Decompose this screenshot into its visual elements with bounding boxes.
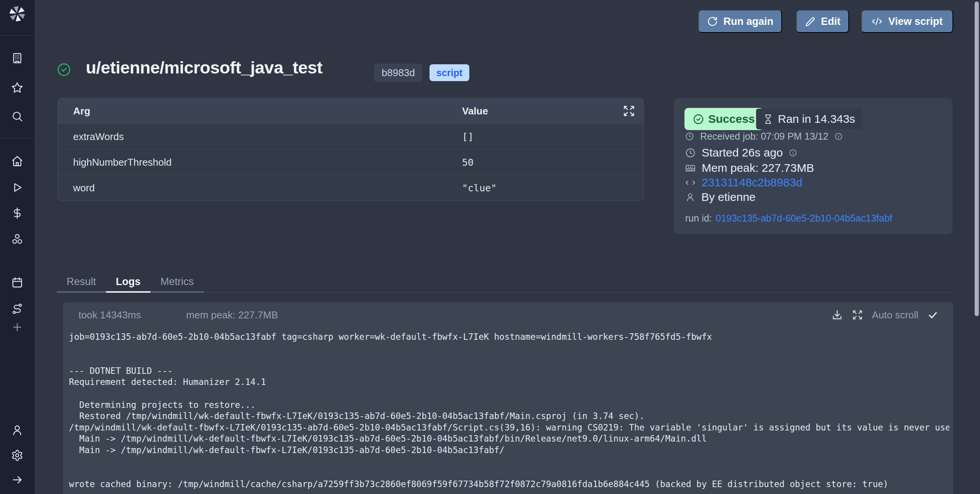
dollar-icon[interactable]	[11, 207, 23, 219]
log-line	[69, 354, 949, 365]
log-line: Restored /tmp/windmill/wk-default-fbwfx-…	[69, 411, 949, 422]
table-row: word "clue"	[58, 175, 644, 201]
received-row: Received job: 07:09 PM 13/12	[685, 131, 843, 142]
user-icon	[685, 192, 695, 202]
refresh-icon	[707, 16, 718, 27]
run-id-row: run id: 0193c135-ab7d-60e5-2b10-04b5ac13…	[685, 213, 892, 224]
script-hash-link[interactable]: 23131148c2b8983d	[702, 176, 802, 189]
view-script-button[interactable]: View script	[861, 10, 953, 33]
auto-scroll-label[interactable]: Auto scroll	[872, 309, 918, 321]
log-mem-peak-label: mem peak: 227.7MB	[186, 309, 278, 321]
log-line: wrote cached binary: /tmp/windmill/cache…	[69, 479, 949, 490]
started-label: Started 26s ago	[702, 146, 783, 159]
windmill-logo-icon[interactable]	[8, 5, 26, 23]
received-label: Received job: 07:09 PM 13/12	[700, 131, 828, 142]
run-id-label: run id:	[685, 213, 712, 224]
expand-log-icon[interactable]	[852, 310, 863, 320]
duration-chip: Ran in 14.343s	[756, 109, 862, 129]
col-value: Value	[462, 105, 488, 117]
sidebar	[0, 0, 34, 494]
log-tools: Auto scroll	[831, 309, 938, 321]
status-badge: Success	[684, 108, 763, 130]
table-row: extraWords []	[58, 124, 644, 149]
run-again-button[interactable]: Run again	[698, 10, 782, 33]
script-hash-badge[interactable]: b8983d	[374, 64, 423, 82]
started-row: Started 26s ago	[685, 146, 797, 159]
status-panel: Success Ran in 14.343s Received job: 07:…	[674, 98, 952, 234]
code-icon	[872, 16, 882, 27]
tab-result[interactable]: Result	[57, 272, 106, 293]
info-icon[interactable]	[789, 149, 797, 157]
log-line: Main -> /tmp/windmill/wk-default-fbwfx-L…	[69, 433, 949, 445]
author-row: By etienne	[685, 191, 756, 204]
buildings-icon[interactable]	[11, 52, 23, 64]
mem-peak-label: Mem peak: 227.73MB	[702, 161, 814, 174]
log-output: job=0193c135-ab7d-60e5-2b10-04b5ac13fabf…	[69, 331, 949, 490]
plus-icon[interactable]	[11, 321, 23, 333]
calendar-icon[interactable]	[11, 276, 23, 289]
job-run-page: Run again Edit View script u/etienne/mic…	[0, 0, 980, 494]
author-label: By etienne	[701, 191, 756, 204]
code-icon	[685, 178, 696, 188]
pencil-icon	[805, 16, 815, 27]
script-hash-row: 23131148c2b8983d	[685, 176, 802, 189]
view-script-label: View script	[888, 16, 942, 28]
info-icon[interactable]	[835, 132, 843, 140]
run-again-label: Run again	[724, 16, 774, 28]
log-line	[69, 388, 949, 399]
clock-icon	[685, 132, 694, 141]
sidebar-divider	[0, 35, 34, 36]
log-line	[69, 456, 949, 468]
col-arg: Arg	[58, 105, 462, 117]
arg-value: "clue"	[462, 183, 497, 194]
log-panel: took 14343ms mem peak: 227.7MB Auto scro…	[63, 302, 953, 494]
hourglass-icon	[763, 114, 773, 124]
check-icon[interactable]	[928, 310, 938, 320]
play-icon[interactable]	[11, 181, 23, 194]
log-line: job=0193c135-ab7d-60e5-2b10-04b5ac13fabf…	[69, 331, 949, 343]
log-header: took 14343ms mem peak: 227.7MB Auto scro…	[63, 302, 953, 328]
gear-icon[interactable]	[11, 449, 23, 461]
log-line: --- DOTNET BUILD ---	[69, 365, 949, 377]
arg-name: extraWords	[58, 131, 462, 143]
log-line: /tmp/windmill/wk-default-fbwfx-L7IeK/019…	[69, 422, 949, 434]
tab-metrics[interactable]: Metrics	[150, 272, 204, 293]
home-icon[interactable]	[11, 155, 23, 167]
log-line: Requirement detected: Humanizer 2.14.1	[69, 377, 949, 388]
edit-label: Edit	[821, 16, 841, 28]
clock-icon	[685, 148, 696, 158]
status-label: Success	[708, 112, 755, 126]
arg-value: 50	[462, 157, 474, 168]
search-icon[interactable]	[11, 110, 23, 122]
log-line	[69, 343, 949, 354]
arg-value: []	[462, 131, 474, 142]
page-title: u/etienne/microsoft_java_test	[86, 58, 322, 78]
download-icon[interactable]	[831, 309, 843, 321]
route-icon[interactable]	[11, 303, 23, 315]
run-id-link[interactable]: 0193c135-ab7d-60e5-2b10-04b5ac13fabf	[715, 213, 892, 224]
memory-icon	[685, 163, 696, 173]
arg-name: highNumberThreshold	[58, 157, 462, 168]
check-circle-icon	[693, 114, 704, 125]
table-row: highNumberThreshold 50	[58, 149, 644, 175]
sidebar-divider	[0, 138, 34, 139]
log-line: Main -> /tmp/windmill/wk-default-fbwfx-L…	[69, 445, 949, 456]
args-table: Arg Value extraWords [] highNumberThresh…	[57, 98, 644, 201]
arrow-right-icon[interactable]	[11, 474, 23, 486]
ran-in-label: Ran in 14.343s	[778, 112, 855, 126]
args-table-header: Arg Value	[58, 98, 644, 124]
user-icon[interactable]	[11, 424, 23, 436]
edit-button[interactable]: Edit	[796, 10, 849, 33]
star-icon[interactable]	[11, 82, 23, 94]
mem-peak-row: Mem peak: 227.73MB	[685, 161, 814, 174]
log-line: Determining projects to restore...	[69, 399, 949, 411]
result-tabs: Result Logs Metrics	[57, 272, 952, 293]
arg-name: word	[58, 182, 462, 194]
took-label: took 14343ms	[78, 309, 141, 321]
expand-table-icon[interactable]	[623, 105, 635, 117]
log-line	[69, 467, 949, 479]
page-scrollbar-thumb[interactable]	[975, 2, 979, 316]
success-check-icon	[57, 62, 71, 77]
boxes-icon[interactable]	[11, 233, 23, 245]
tab-logs[interactable]: Logs	[106, 272, 151, 293]
